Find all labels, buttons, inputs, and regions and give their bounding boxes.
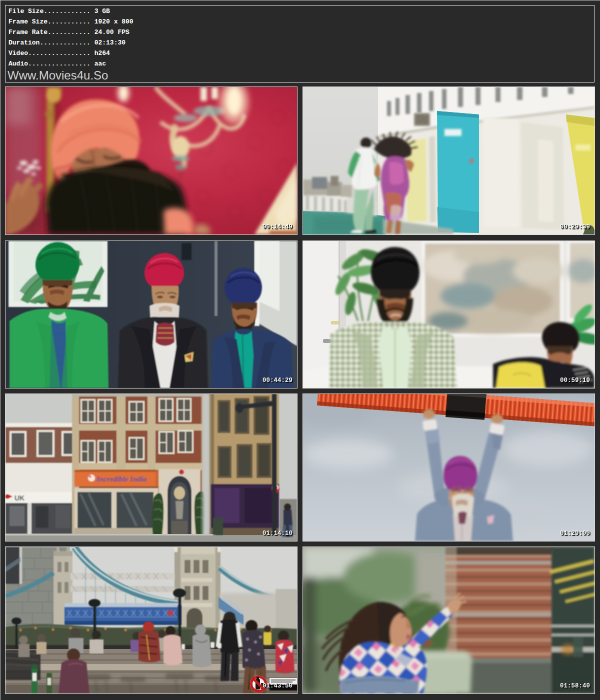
svg-text:UK: UK — [14, 494, 24, 502]
svg-text:Incredible India: Incredible India — [96, 475, 147, 483]
